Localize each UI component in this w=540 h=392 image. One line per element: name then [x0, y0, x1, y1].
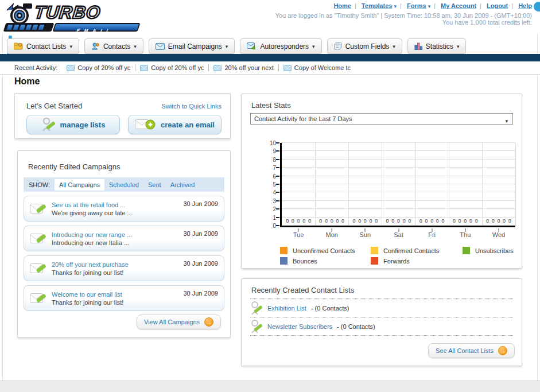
- legend-item: Forwards: [371, 257, 410, 265]
- tab-custom-fields[interactable]: Custom Fields ▾: [327, 38, 402, 54]
- dropdown-caret-icon: ▾: [394, 3, 397, 9]
- contact-list-item: Exhibition List - (0 Contacts): [250, 301, 349, 316]
- x-axis-label: Tue: [293, 231, 304, 238]
- data-value-label: 0: [425, 218, 428, 224]
- data-value-label: 0: [436, 218, 439, 224]
- tab-autoresponders[interactable]: Autoresponders ▾: [240, 38, 321, 54]
- grid-line: [348, 143, 349, 226]
- page-title: Home: [14, 76, 40, 87]
- campaign-date: 30 Jun 2009: [183, 286, 218, 297]
- x-axis-tick: [365, 228, 366, 232]
- x-axis-tick: [432, 228, 432, 232]
- filter-archived[interactable]: Archived: [166, 179, 200, 191]
- y-axis-tick: [276, 167, 279, 168]
- recent-activity-item[interactable]: Copy of 20% off yc: [140, 64, 204, 71]
- y-axis-label: 4: [263, 189, 276, 196]
- envelope-icon: [156, 43, 165, 50]
- contact-list-link[interactable]: Exhibition List: [267, 305, 306, 312]
- switch-quick-links[interactable]: Switch to Quick Links: [161, 103, 222, 110]
- recent-activity-item[interactable]: 20% off your next: [213, 64, 273, 71]
- link-my-account[interactable]: My Account: [441, 2, 476, 9]
- data-value-label: 0: [386, 218, 389, 224]
- data-value-label: 0: [403, 218, 406, 224]
- link-home[interactable]: Home: [333, 2, 351, 9]
- recent-activity-item[interactable]: Copy of Welcome tc: [283, 64, 351, 71]
- campaign-title-link[interactable]: See us at the retail food ...: [52, 201, 133, 209]
- campaign-title-link[interactable]: Introducing our new range ...: [52, 231, 132, 239]
- tab-statistics[interactable]: Statistics ▾: [407, 38, 467, 54]
- latest-stats-panel: Latest Stats Contact Activity for the La…: [241, 94, 522, 269]
- grid-line: [282, 217, 515, 218]
- campaign-card[interactable]: See us at the retail food ...We're givin…: [24, 196, 224, 222]
- campaign-date: 30 Jun 2009: [183, 256, 218, 267]
- see-all-contact-lists-button[interactable]: See All Contact Lists →: [428, 343, 515, 358]
- recently-created-contact-lists-panel: Recently Created Contact Lists Exhibitio…: [241, 278, 522, 366]
- arrow-right-icon: →: [498, 346, 507, 355]
- y-axis-tick: [276, 192, 279, 193]
- grid-line: [282, 200, 515, 201]
- filter-sent[interactable]: Sent: [143, 179, 166, 191]
- x-axis-label: Sun: [360, 231, 371, 238]
- recently-edited-campaigns-panel: Recently Edited Campaigns SHOW: All Camp…: [17, 150, 231, 337]
- help-bubble-icon[interactable]: [534, 2, 540, 11]
- campaign-card[interactable]: Introducing our new range ...Introducing…: [24, 226, 224, 251]
- manage-lists-button[interactable]: manage lists: [26, 115, 120, 134]
- create-email-button[interactable]: create an email: [128, 115, 222, 134]
- grid-line: [282, 192, 515, 192]
- stats-period-select[interactable]: Contact Activity for the Last 7 Days ▼: [250, 113, 513, 125]
- folder-icon: [14, 42, 23, 50]
- link-logout[interactable]: Logout: [487, 2, 508, 9]
- filter-all-campaigns[interactable]: All Campaigns: [55, 179, 104, 191]
- campaign-date: 30 Jun 2009: [183, 226, 218, 237]
- grid-line: [415, 143, 416, 226]
- grid-line: [482, 143, 483, 226]
- envelope-arrow-icon: [247, 42, 257, 50]
- y-axis-tick: [276, 217, 279, 218]
- page-right-border: [537, 33, 538, 381]
- select-arrow-icon: ▼: [504, 117, 509, 127]
- data-value-label: 0: [341, 218, 344, 224]
- tab-email-campaigns[interactable]: Email Campaigns ▾: [149, 38, 235, 54]
- y-axis-tick: [276, 184, 279, 185]
- data-value-label: 0: [475, 218, 478, 224]
- link-forms[interactable]: Forms: [407, 2, 426, 9]
- page-left-border: [2, 33, 3, 381]
- tab-contacts[interactable]: Contacts ▾: [84, 38, 143, 54]
- view-all-campaigns-button[interactable]: View All Campaigns →: [137, 315, 221, 329]
- data-value-label: 0: [469, 218, 472, 224]
- logo-subtitle: EMAIL: [76, 28, 115, 33]
- data-value-label: 0: [419, 218, 422, 224]
- campaign-card[interactable]: Welcome to our email listThanks for join…: [24, 285, 224, 311]
- dropdown-caret-icon: ▾: [393, 44, 395, 49]
- data-value-label: 0: [459, 218, 461, 224]
- legend-item: Unconfirmed Contacts: [280, 247, 355, 254]
- y-axis-label: 10: [263, 140, 276, 146]
- envelope-pencil-icon: [30, 201, 47, 216]
- x-axis-label: Sat: [394, 231, 403, 238]
- x-axis-label: Wed: [492, 231, 505, 238]
- campaign-subtitle: Thanks for joining our list!: [52, 298, 123, 306]
- campaign-title-link[interactable]: Welcome to our email list: [52, 290, 123, 298]
- y-axis-label: 5: [263, 181, 276, 188]
- filter-scheduled[interactable]: Scheduled: [104, 179, 143, 191]
- envelope-pencil-icon: [30, 291, 47, 306]
- person-pencil-icon: [250, 301, 263, 316]
- person-pencil-icon: [41, 117, 55, 132]
- logo-title: TURBO: [33, 2, 102, 23]
- link-templates[interactable]: Templates: [362, 2, 393, 9]
- link-help[interactable]: Help: [518, 2, 532, 9]
- campaign-card[interactable]: 20% off your next purchaseThanks for joi…: [24, 255, 224, 281]
- y-axis-tick: [276, 159, 279, 160]
- contact-list-link[interactable]: Newsletter Subscribers: [267, 323, 332, 330]
- y-axis-label: 1: [263, 215, 276, 221]
- data-value-label: 0: [375, 218, 378, 224]
- recent-activity-item[interactable]: Copy of 20% off yc: [67, 64, 130, 71]
- dropdown-caret-icon: ▾: [69, 44, 72, 49]
- tab-contact-lists[interactable]: Contact Lists ▾: [7, 38, 79, 54]
- campaign-title-link[interactable]: 20% off your next purchase: [52, 261, 129, 269]
- y-axis-tick: [276, 225, 279, 226]
- x-axis-label: Mon: [326, 231, 338, 238]
- y-axis-tick: [276, 176, 279, 177]
- legend-item: Bounces: [280, 257, 317, 265]
- campaigns-filter-bar: SHOW: All Campaigns Scheduled Sent Archi…: [24, 177, 224, 192]
